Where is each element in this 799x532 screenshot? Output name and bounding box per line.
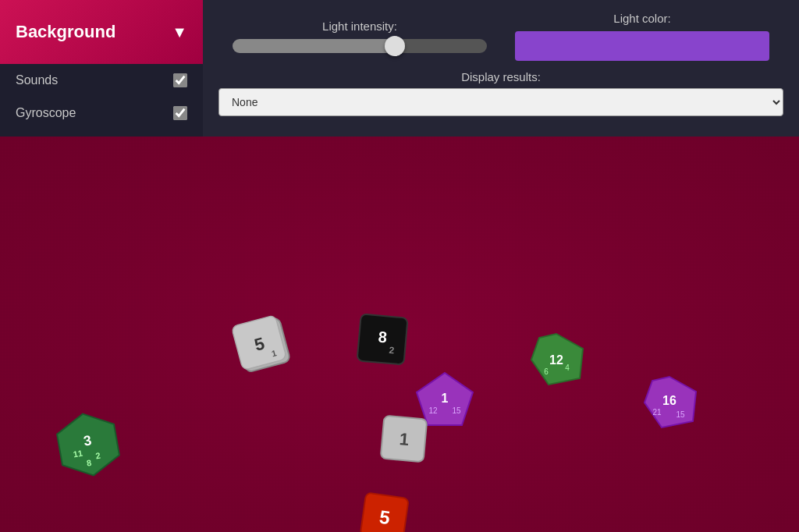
svg-text:21: 21 — [652, 408, 662, 417]
display-results-select[interactable]: None Sum Individual — [218, 88, 783, 116]
display-results-label: Display results: — [218, 70, 783, 83]
die-purple-d20-2[interactable]: 16 21 15 — [640, 374, 698, 433]
light-intensity-slider[interactable] — [233, 39, 487, 53]
svg-text:11: 11 — [73, 448, 83, 459]
die-green-d10[interactable]: 3 11 2 8 — [48, 404, 129, 485]
display-results-section: Display results: None Sum Individual — [218, 70, 783, 116]
svg-text:8: 8 — [378, 328, 388, 346]
svg-text:12: 12 — [549, 353, 563, 367]
light-color-group: Light color: — [501, 12, 783, 61]
svg-text:12: 12 — [428, 406, 438, 415]
gyroscope-row: Gyroscope — [0, 97, 203, 129]
svg-text:16: 16 — [662, 394, 676, 407]
chevron-down-icon: ▼ — [172, 23, 187, 41]
gyroscope-checkbox[interactable] — [173, 106, 187, 120]
svg-text:6: 6 — [544, 367, 549, 376]
svg-text:4: 4 — [565, 364, 570, 372]
top-controls: Light intensity: Light color: — [218, 12, 783, 61]
light-intensity-group: Light intensity: — [218, 20, 501, 53]
sounds-row: Sounds — [0, 64, 203, 97]
die-gray-d6-2[interactable]: 1 — [376, 411, 431, 466]
die-black-d6[interactable]: 8 2 — [353, 310, 412, 371]
control-bar: Background ▼ Sounds Gyroscope Light inte… — [0, 0, 799, 137]
die-gray-d6[interactable]: 5 1 — [228, 310, 300, 381]
svg-text:15: 15 — [452, 406, 461, 415]
right-panel: Light intensity: Light color: Display re… — [203, 0, 799, 137]
dice-scene: 5 1 8 2 3 11 2 8 1 12 15 1 12 6 4 16 21 … — [0, 137, 799, 532]
background-label: Background — [16, 22, 115, 42]
sounds-checkbox[interactable] — [173, 73, 187, 87]
svg-text:1: 1 — [399, 429, 410, 449]
svg-text:1: 1 — [442, 392, 449, 405]
light-color-label: Light color: — [613, 12, 670, 25]
die-red-d6[interactable]: 5 — [356, 488, 414, 532]
gyroscope-label: Gyroscope — [16, 106, 76, 120]
light-intensity-label: Light intensity: — [322, 20, 397, 33]
light-color-display[interactable] — [515, 31, 769, 61]
background-button[interactable]: Background ▼ — [0, 0, 203, 64]
sounds-label: Sounds — [16, 73, 58, 87]
die-green-d20[interactable]: 12 6 4 — [527, 332, 585, 390]
svg-text:15: 15 — [676, 410, 685, 419]
left-panel: Background ▼ Sounds Gyroscope — [0, 0, 203, 137]
